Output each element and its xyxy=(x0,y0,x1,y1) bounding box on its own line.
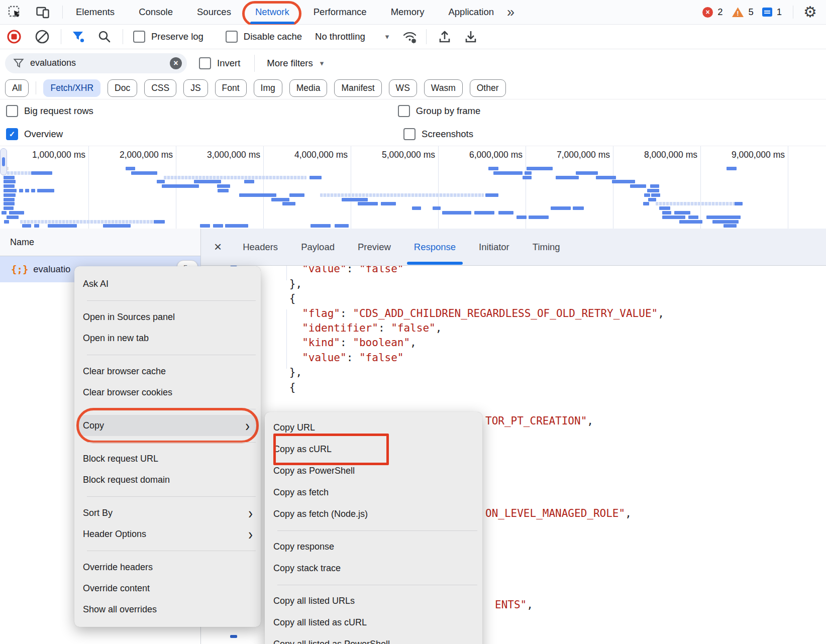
name-column-header[interactable]: Name xyxy=(0,229,200,256)
tab-console[interactable]: Console xyxy=(139,7,173,18)
menu-item-copy-url[interactable]: Copy URL xyxy=(265,417,482,439)
menu-item-copy-all-listed-as-curl[interactable]: Copy all listed as cURL xyxy=(265,612,482,633)
more-filters-button[interactable]: More filters xyxy=(267,58,313,69)
close-icon[interactable]: × xyxy=(214,239,222,255)
filter-icon[interactable] xyxy=(71,30,85,44)
menu-item-block-request-url[interactable]: Block request URL xyxy=(74,448,261,469)
tab-elements[interactable]: Elements xyxy=(76,7,115,18)
tab-sources[interactable]: Sources xyxy=(197,7,231,18)
waterfall-bar xyxy=(4,180,16,183)
waterfall-bar xyxy=(217,184,230,188)
chip-wasm[interactable]: Wasm xyxy=(424,79,463,97)
overview-checkbox[interactable]: ✓ xyxy=(6,128,18,140)
chip-ws[interactable]: WS xyxy=(389,79,417,97)
clear-filter-icon[interactable]: × xyxy=(170,57,182,69)
chip-img[interactable]: Img xyxy=(254,79,282,97)
menu-item-label: Copy as cURL xyxy=(273,444,332,455)
screenshots-label: Screenshots xyxy=(422,129,473,140)
chip-manifest[interactable]: Manifest xyxy=(334,79,381,97)
menu-item-ask-ai[interactable]: Ask AI xyxy=(74,273,261,294)
big-request-rows-checkbox[interactable] xyxy=(6,105,18,117)
menu-item-header-options[interactable]: Header Options› xyxy=(74,523,261,545)
menu-item-clear-browser-cache[interactable]: Clear browser cache xyxy=(74,361,261,382)
preserve-log-checkbox[interactable] xyxy=(133,31,145,43)
waterfall-bar xyxy=(688,216,698,219)
divider xyxy=(123,29,123,44)
tab-application[interactable]: Application xyxy=(448,7,494,18)
response-json-body[interactable]: "kind": "boolean", "value": "false" }, {… xyxy=(251,247,664,395)
menu-item-show-all-overrides[interactable]: Show all overrides xyxy=(74,599,261,620)
detail-tab-payload[interactable]: Payload xyxy=(301,229,335,265)
tab-network[interactable]: Network xyxy=(255,7,289,18)
import-har-icon[interactable] xyxy=(438,29,452,44)
context-menu: Ask AIOpen in Sources panelOpen in new t… xyxy=(74,266,261,627)
menu-item-clear-browser-cookies[interactable]: Clear browser cookies xyxy=(74,382,261,403)
menu-item-copy-as-powershell[interactable]: Copy as PowerShell xyxy=(265,460,482,482)
inspect-element-icon[interactable] xyxy=(7,5,22,20)
more-tabs-icon[interactable]: » xyxy=(507,5,513,20)
overview-drag-handle[interactable] xyxy=(0,148,7,175)
waterfall-bar xyxy=(342,198,368,201)
detail-tab-response[interactable]: Response xyxy=(414,229,456,265)
big-request-rows-label: Big request rows xyxy=(24,105,93,117)
tick-label: 6,000,000 ms xyxy=(469,150,523,160)
waterfall-bar xyxy=(650,184,659,188)
tab-memory[interactable]: Memory xyxy=(391,7,425,18)
clear-network-log-button[interactable] xyxy=(35,29,50,44)
settings-gear-icon[interactable]: ⚙ xyxy=(803,5,817,20)
screenshots-checkbox[interactable] xyxy=(403,128,416,140)
menu-item-copy-stack-trace[interactable]: Copy stack trace xyxy=(265,558,482,579)
menu-item-override-headers[interactable]: Override headers xyxy=(74,557,261,578)
menu-separator xyxy=(74,436,261,448)
group-by-frame-checkbox[interactable] xyxy=(398,105,410,117)
waterfall-bar xyxy=(381,202,396,205)
chip-fetch-xhr[interactable]: Fetch/XHR xyxy=(43,79,100,97)
detail-tab-preview[interactable]: Preview xyxy=(358,229,391,265)
filter-input[interactable]: evaluations × xyxy=(5,53,187,73)
menu-item-label: Copy all listed URLs xyxy=(273,596,355,606)
menu-item-override-content[interactable]: Override content xyxy=(74,578,261,599)
search-icon[interactable] xyxy=(97,30,112,44)
waterfall-bar xyxy=(4,176,15,179)
chip-other[interactable]: Other xyxy=(470,79,506,97)
menu-item-copy-all-listed-urls[interactable]: Copy all listed URLs xyxy=(265,590,482,612)
network-overview-timeline[interactable]: 1,000,000 ms2,000,000 ms3,000,000 ms4,00… xyxy=(0,146,826,230)
chip-font[interactable]: Font xyxy=(215,79,247,97)
export-har-icon[interactable] xyxy=(464,29,478,44)
menu-item-label: Copy all listed as cURL xyxy=(273,617,367,628)
detail-tab-headers[interactable]: Headers xyxy=(243,229,278,265)
device-toolbar-icon[interactable] xyxy=(35,5,50,20)
invert-checkbox[interactable] xyxy=(199,57,211,69)
detail-tab-initiator[interactable]: Initiator xyxy=(479,229,509,265)
menu-item-copy[interactable]: Copy› xyxy=(77,415,258,436)
chip-doc[interactable]: Doc xyxy=(108,79,137,97)
menu-item-block-request-domain[interactable]: Block request domain xyxy=(74,469,261,490)
menu-item-copy-as-curl[interactable]: Copy as cURL xyxy=(265,439,482,460)
waterfall-bar xyxy=(37,189,54,192)
waterfall-bar xyxy=(335,224,349,228)
disable-cache-checkbox[interactable] xyxy=(226,31,238,43)
menu-item-open-in-new-tab[interactable]: Open in new tab xyxy=(74,328,261,349)
menu-item-open-in-sources-panel[interactable]: Open in Sources panel xyxy=(74,306,261,328)
menu-item-copy-as-fetch-node-js-[interactable]: Copy as fetch (Node.js) xyxy=(265,503,482,525)
chip-js[interactable]: JS xyxy=(183,79,208,97)
fold-marker[interactable] xyxy=(230,635,237,638)
detail-tab-timing[interactable]: Timing xyxy=(533,229,560,265)
chip-media[interactable]: Media xyxy=(289,79,328,97)
chip-css[interactable]: CSS xyxy=(144,79,176,97)
menu-item-label: Override content xyxy=(83,583,150,594)
console-badges[interactable]: × 2 ! 5 1 xyxy=(702,7,782,18)
menu-item-copy-response[interactable]: Copy response xyxy=(265,536,482,558)
waterfall-bar xyxy=(517,216,527,219)
tab-performance[interactable]: Performance xyxy=(314,7,367,18)
waterfall-bar xyxy=(4,220,9,224)
menu-item-sort-by[interactable]: Sort By› xyxy=(74,502,261,523)
record-network-log-button[interactable] xyxy=(7,29,22,44)
network-conditions-icon[interactable] xyxy=(402,29,418,44)
menu-item-copy-all-listed-as-powershell[interactable]: Copy all listed as PowerShell xyxy=(265,633,482,644)
menu-item-copy-as-fetch[interactable]: Copy as fetch xyxy=(265,482,482,503)
chip-all[interactable]: All xyxy=(5,79,29,97)
waterfall-bar xyxy=(662,216,685,219)
throttling-select[interactable]: No throttling xyxy=(315,31,365,42)
tick-label: 8,000,000 ms xyxy=(644,150,697,160)
